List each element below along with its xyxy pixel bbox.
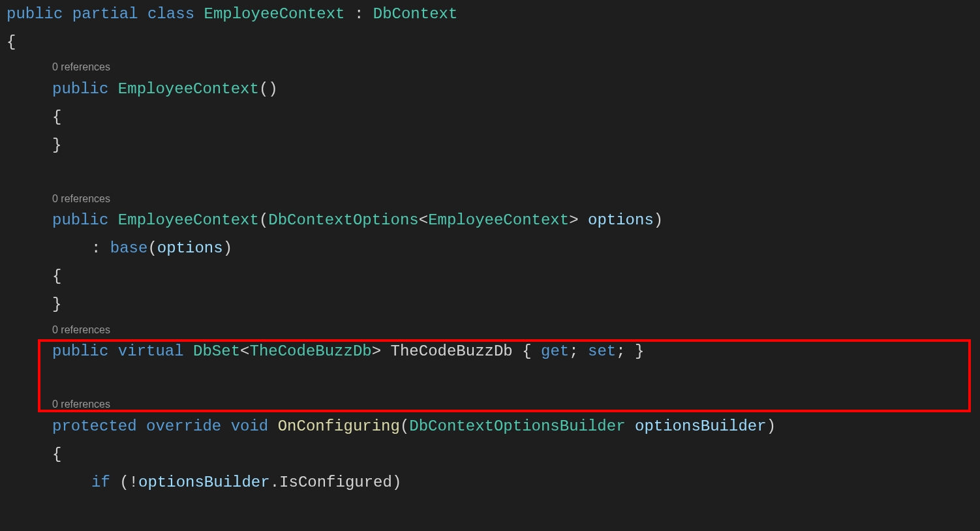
keyword-public: public	[52, 211, 108, 229]
blank-line[interactable]	[7, 159, 973, 187]
keyword-if: if	[91, 474, 110, 491]
type-employeecontext: EmployeeContext	[428, 211, 569, 229]
paren-close: )	[654, 211, 663, 229]
colon: :	[91, 239, 110, 257]
gt: >	[372, 342, 381, 360]
brace-close: }	[635, 342, 644, 360]
code-line[interactable]: }	[7, 131, 973, 159]
param-options: options	[579, 211, 654, 229]
blank-line[interactable]	[7, 365, 973, 393]
code-line[interactable]: public EmployeeContext(DbContextOptions<…	[7, 206, 973, 234]
keyword-virtual: virtual	[118, 342, 184, 360]
param-optionsbuilder: optionsBuilder	[626, 417, 767, 435]
dot: .	[270, 474, 279, 491]
keyword-public: public	[52, 80, 108, 98]
code-line[interactable]: public EmployeeContext()	[7, 75, 973, 103]
codelens-text: 0 references	[52, 324, 110, 335]
brace-open: {	[522, 342, 541, 360]
keyword-class: class	[147, 5, 194, 23]
colon: :	[345, 5, 373, 23]
code-line[interactable]: : base(options)	[7, 234, 973, 262]
keyword-public: public	[7, 5, 63, 23]
ctor-name: EmployeeContext	[118, 80, 259, 98]
brace-open: {	[52, 267, 61, 285]
code-line[interactable]: }	[7, 290, 973, 318]
codelens-references[interactable]: 0 references	[7, 397, 973, 412]
type-dbcontextoptions: DbContextOptions	[268, 211, 418, 229]
codelens-references[interactable]: 0 references	[7, 60, 973, 74]
keyword-base: base	[110, 239, 148, 257]
codelens-text: 0 references	[52, 61, 110, 72]
codelens-text: 0 references	[52, 193, 110, 204]
type-employeecontext: EmployeeContext	[204, 5, 345, 23]
keyword-override: override	[146, 417, 221, 435]
brace-close: }	[52, 136, 61, 154]
lt: <	[240, 342, 249, 360]
type-dbcontext: DbContext	[373, 5, 458, 23]
paren-open: (	[259, 211, 268, 229]
arg-options: options	[157, 239, 223, 257]
keyword-protected: protected	[52, 417, 137, 435]
if-open: (!	[110, 474, 138, 491]
code-editor-viewport[interactable]: public partial class EmployeeContext : D…	[7, 0, 973, 496]
codelens-references[interactable]: 0 references	[7, 192, 973, 206]
method-onconfiguring: OnConfiguring	[278, 417, 400, 435]
var-optionsbuilder: optionsBuilder	[138, 474, 270, 491]
semicolon: ;	[569, 342, 588, 360]
type-dbset: DbSet	[193, 342, 240, 360]
type-thecodebuzzdb: TheCodeBuzzDb	[249, 342, 371, 360]
keyword-partial: partial	[72, 5, 138, 23]
code-line[interactable]: {	[7, 103, 973, 131]
brace-open: {	[52, 108, 61, 126]
keyword-void: void	[231, 417, 269, 435]
codelens-text: 0 references	[52, 399, 110, 410]
code-line[interactable]: {	[7, 440, 973, 468]
code-line[interactable]: {	[7, 262, 973, 290]
gt: >	[569, 211, 578, 229]
prop-isconfigured: IsConfigured	[279, 474, 392, 491]
code-line-highlighted[interactable]: public virtual DbSet<TheCodeBuzzDb> TheC…	[7, 337, 973, 365]
keyword-public: public	[52, 342, 108, 360]
code-line[interactable]: public partial class EmployeeContext : D…	[7, 0, 973, 28]
keyword-get: get	[541, 342, 569, 360]
paren-close: )	[767, 417, 776, 435]
code-line[interactable]: protected override void OnConfiguring(Db…	[7, 412, 973, 440]
brace-open: {	[7, 33, 16, 51]
paren-open: (	[147, 239, 157, 257]
brace-close: }	[52, 296, 61, 313]
parens: ()	[259, 80, 278, 98]
code-line[interactable]: if (!optionsBuilder.IsConfigured)	[7, 468, 973, 496]
type-dbcontextoptionsbuilder: DbContextOptionsBuilder	[409, 417, 625, 435]
keyword-set: set	[588, 342, 616, 360]
if-close: )	[392, 474, 401, 491]
semicolon: ;	[616, 342, 635, 360]
paren-close: )	[223, 239, 232, 257]
prop-name: TheCodeBuzzDb	[381, 342, 522, 360]
codelens-references[interactable]: 0 references	[7, 323, 973, 337]
lt: <	[419, 211, 428, 229]
brace-open: {	[52, 446, 61, 463]
paren-open: (	[400, 417, 409, 435]
code-line[interactable]: {	[7, 28, 973, 56]
ctor-name: EmployeeContext	[118, 211, 259, 229]
